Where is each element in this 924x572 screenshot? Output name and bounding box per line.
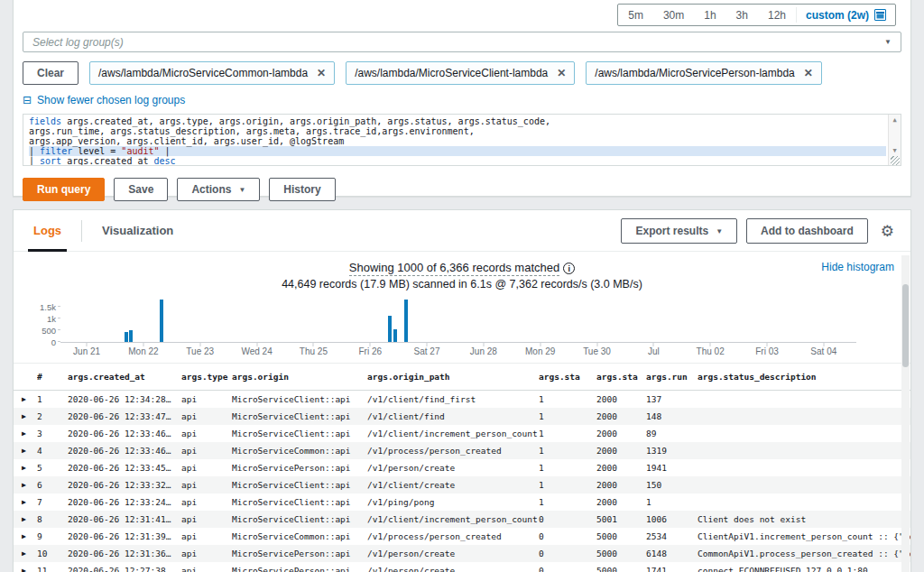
clear-button[interactable]: Clear [23,61,79,85]
history-button[interactable]: History [269,178,335,201]
time-range-option[interactable]: 12h [758,5,796,25]
table-cell: MicroServiceClient::api [232,391,367,408]
row-expand-icon[interactable]: ▶ [14,442,37,459]
time-range-option[interactable]: 3h [726,5,758,25]
table-cell: 1319 [646,442,698,459]
table-cell [698,408,910,425]
table-cell: api [181,408,232,425]
close-icon[interactable]: ✕ [804,67,813,79]
histogram-bar [388,316,392,342]
table-header-cell: args.created_at [68,364,181,391]
scroll-down-icon[interactable]: ▼ [889,146,901,156]
table-cell: 8 [37,511,68,528]
row-expand-icon[interactable]: ▶ [14,494,37,511]
tab-visualization[interactable]: Visualization [97,210,179,252]
resize-grip-icon[interactable] [891,156,900,165]
y-axis-tick-label: 0 [51,337,56,347]
table-cell: /v1/client/increment_person_count [367,425,539,442]
y-axis-tick [58,329,60,330]
table-cell: MicroServiceClient::api [232,408,367,425]
x-axis-tick [483,343,484,346]
time-range-option[interactable]: 5m [618,5,653,25]
row-expand-icon[interactable]: ▶ [14,408,37,425]
table-cell: /v1/process/person_created [367,442,539,459]
table-header-cell: args.run [646,364,698,391]
table-cell: 6148 [646,545,698,562]
table-row[interactable]: ▶72020-06-26 12:33:24…apiMicroServiceCli… [14,494,910,511]
x-axis-tick-label: Thu 02 [697,346,725,356]
export-results-button[interactable]: Export results ▼ [621,218,737,244]
table-cell: /v1/client/find_first [367,391,539,408]
table-cell: api [181,476,232,494]
table-cell: MicroServiceClient::api [232,476,367,494]
table-cell: 1 [539,459,596,476]
scrollbar-thumb[interactable] [902,284,909,367]
histogram-bar [129,330,133,342]
x-axis-tick-label: Mon 29 [525,346,555,356]
table-cell: 150 [646,476,698,494]
log-group-select[interactable]: Select log group(s) ▼ [23,32,901,52]
row-expand-icon[interactable]: ▶ [14,391,37,408]
table-row[interactable]: ▶22020-06-26 12:33:47…apiMicroServiceCli… [14,408,910,425]
table-cell: 2020-06-26 12:33:24… [68,494,181,511]
table-cell: 1941 [646,459,698,476]
gear-icon[interactable]: ⚙ [877,222,898,241]
table-row[interactable]: ▶92020-06-26 12:31:39…apiMicroServiceCom… [14,528,910,545]
table-header-cell: # [37,364,68,391]
row-expand-icon[interactable]: ▶ [14,545,37,562]
table-cell: 2020-06-26 12:27:38… [68,562,181,572]
results-scrollbar[interactable] [901,255,910,572]
table-header-expander [14,364,37,391]
row-expand-icon[interactable]: ▶ [14,459,37,476]
table-cell: 5 [37,459,68,476]
table-row[interactable]: ▶82020-06-26 12:31:41…apiMicroServiceCli… [14,511,910,528]
close-icon[interactable]: ✕ [317,67,326,79]
show-fewer-link[interactable]: ⊟ Show fewer chosen log groups [23,94,185,106]
table-row[interactable]: ▶12020-06-26 12:34:28…apiMicroServiceCli… [14,391,910,408]
table-cell: 2020-06-26 12:31:36… [68,545,181,562]
table-cell: /v1/process/person_created [367,528,539,545]
time-range-option[interactable]: 1h [694,5,725,25]
row-expand-icon[interactable]: ▶ [14,528,37,545]
row-expand-icon[interactable]: ▶ [14,425,37,442]
time-range-custom-label: custom (2w) [806,9,869,22]
table-cell: api [181,442,232,459]
table-row[interactable]: ▶42020-06-26 12:33:46…apiMicroServiceCom… [14,442,910,459]
query-line: args.app_version, args.client_id, args.u… [29,136,886,146]
chevron-down-icon: ▼ [716,227,723,235]
time-range-custom[interactable]: custom (2w) [797,5,895,25]
x-axis-tick [313,343,314,346]
table-row[interactable]: ▶52020-06-26 12:33:45…apiMicroServicePer… [14,459,910,476]
info-icon[interactable]: i [563,263,575,274]
row-expand-icon[interactable]: ▶ [14,562,37,572]
scroll-up-icon[interactable]: ▲ [889,115,901,125]
table-cell: api [181,511,232,528]
row-expand-icon[interactable]: ▶ [14,476,37,494]
y-axis-tick [58,341,60,342]
table-row[interactable]: ▶62020-06-26 12:33:32…apiMicroServiceCli… [14,476,910,494]
histogram-bar [393,329,397,342]
query-line: | sort args.created_at desc [29,156,886,166]
close-icon[interactable]: ✕ [557,67,566,79]
query-editor[interactable]: fields args.created_at, args.type, args.… [23,114,901,166]
hide-histogram-link[interactable]: Hide histogram [821,261,894,273]
actions-menu-button[interactable]: Actions ▼ [177,178,260,201]
row-expand-icon[interactable]: ▶ [14,511,37,528]
table-cell: 3 [37,425,68,442]
table-cell: 148 [646,408,698,425]
add-to-dashboard-button[interactable]: Add to dashboard [746,218,868,244]
table-cell: api [181,545,232,562]
save-button[interactable]: Save [114,178,168,201]
table-row[interactable]: ▶32020-06-26 12:33:46…apiMicroServiceCli… [14,425,910,442]
table-row[interactable]: ▶112020-06-26 12:27:38…apiMicroServicePe… [14,562,910,572]
editor-scrollbar[interactable]: ▲ ▼ [888,115,901,165]
log-group-chip: /aws/lambda/MicroServiceClient-lambda✕ [346,61,575,85]
table-row[interactable]: ▶102020-06-26 12:31:36…apiMicroServicePe… [14,545,910,562]
table-cell: 2000 [596,459,646,476]
tab-logs[interactable]: Logs [28,210,67,252]
time-range-option[interactable]: 30m [653,5,694,25]
run-query-button[interactable]: Run query [23,178,105,201]
query-line: args.run_time, args.status_description, … [29,126,886,136]
table-cell: 2020-06-26 12:33:47… [68,408,181,425]
table-cell: 2000 [596,442,646,459]
